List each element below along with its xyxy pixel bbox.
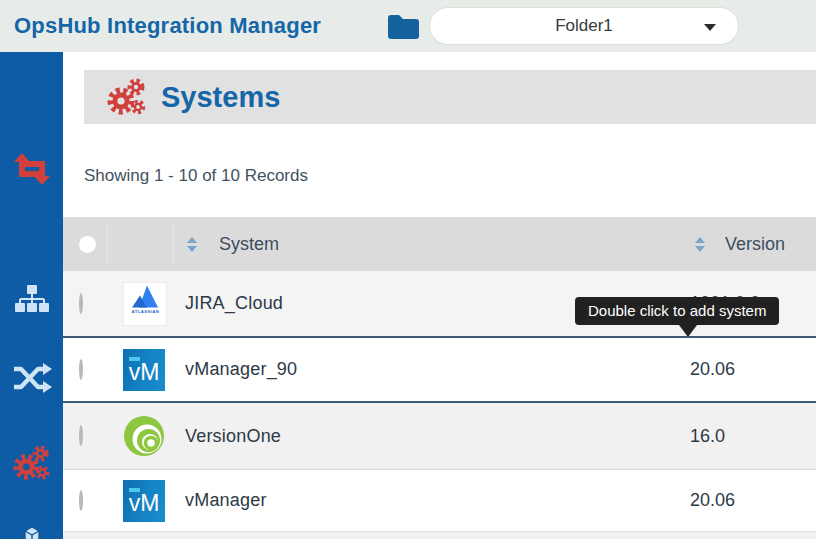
sidebar-item-shuffle[interactable]	[0, 362, 63, 398]
sidebar-item-modules[interactable]	[0, 526, 63, 539]
sidebar-item-sitemap[interactable]	[0, 285, 63, 319]
system-name: vManager_90	[185, 359, 690, 380]
select-all-radio[interactable]	[79, 236, 96, 253]
folder-dropdown[interactable]: Folder1	[429, 7, 739, 45]
table-header-row: System Version	[63, 217, 816, 271]
table-row[interactable]: VersionOne 16.0	[63, 403, 816, 470]
row-radio[interactable]	[79, 490, 83, 511]
chevron-down-icon	[704, 24, 716, 31]
sidebar-item-sync[interactable]	[0, 152, 63, 190]
versionone-logo	[123, 415, 165, 457]
system-name: vManager	[185, 490, 690, 511]
vmanager-logo-text: vM	[129, 490, 160, 517]
vmanager-logo: vM	[123, 480, 165, 522]
system-version: 20.06	[690, 359, 816, 380]
row-radio[interactable]	[79, 359, 83, 380]
opshub-app-window: OpsHub Integration Manager Folder1	[0, 0, 816, 539]
folder-dropdown-value: Folder1	[555, 16, 613, 36]
table-row	[63, 532, 816, 539]
system-name: VersionOne	[185, 426, 690, 447]
page-banner: Systems	[84, 70, 816, 124]
cubes-icon	[13, 526, 51, 539]
folder-icon	[385, 11, 419, 45]
atlassian-logo: ATLASSIAN	[123, 282, 167, 326]
sort-icon[interactable]	[187, 237, 197, 252]
row-radio[interactable]	[79, 293, 83, 314]
row-radio[interactable]	[79, 425, 83, 446]
page-title: Systems	[161, 81, 280, 114]
sidebar-item-systems[interactable]	[0, 442, 63, 488]
records-summary: Showing 1 - 10 of 10 Records	[84, 166, 308, 186]
column-header-system[interactable]: System	[219, 234, 279, 255]
vmanager-logo: vM	[123, 349, 165, 391]
column-divider	[173, 223, 174, 265]
system-version: 20.06	[690, 490, 816, 511]
systems-table: System Version ATLASSIAN JIRA_Cloud 1	[63, 217, 816, 539]
atlassian-logo-caption: ATLASSIAN	[131, 308, 159, 313]
gears-icon	[12, 442, 52, 488]
vmanager-logo-text: vM	[129, 359, 160, 386]
topbar: OpsHub Integration Manager Folder1	[0, 0, 816, 52]
tooltip: Double click to add system	[575, 297, 779, 325]
sitemap-icon	[14, 285, 50, 319]
sort-icon[interactable]	[695, 237, 705, 252]
systems-gears-icon	[106, 75, 148, 119]
column-divider	[107, 223, 108, 265]
shuffle-icon	[12, 362, 52, 398]
system-version: 16.0	[690, 426, 816, 447]
app-title: OpsHub Integration Manager	[14, 13, 321, 39]
table-row[interactable]: vM vManager_90 20.06	[63, 338, 816, 403]
sync-arrows-icon	[12, 152, 52, 190]
sidebar	[0, 52, 63, 539]
table-row[interactable]: vM vManager 20.06	[63, 470, 816, 532]
column-header-version[interactable]: Version	[725, 234, 785, 255]
